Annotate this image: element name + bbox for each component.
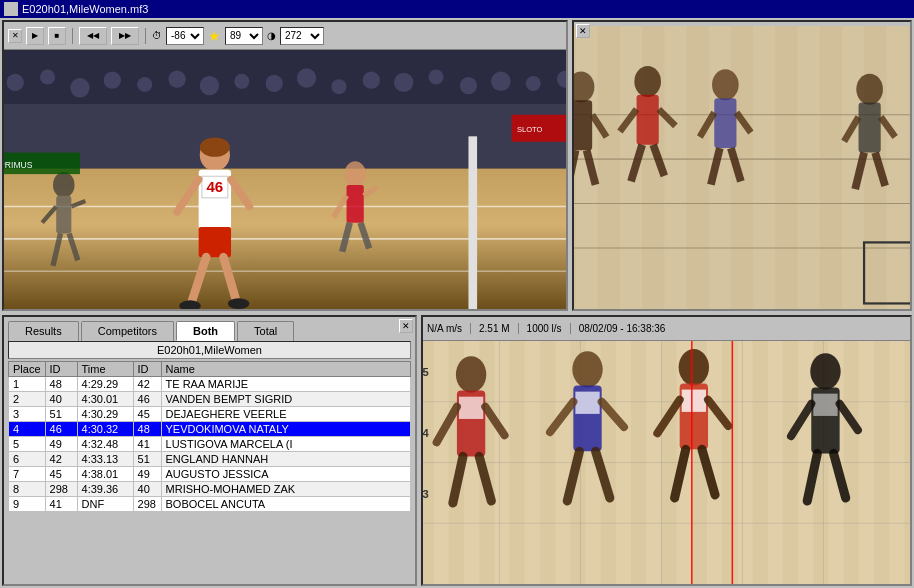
svg-point-44	[344, 161, 366, 187]
tab-competitors[interactable]: Competitors	[81, 321, 174, 341]
toolbar-separator	[72, 28, 73, 44]
svg-point-13	[363, 72, 380, 89]
table-row[interactable]: 3514:30.2945DEJAEGHERE VEERLE	[9, 407, 411, 422]
rewind-button[interactable]: ◀◀	[79, 27, 107, 45]
data-panel-close-button[interactable]: ✕	[399, 319, 413, 333]
app-icon	[4, 2, 18, 16]
cell-2: 4:30.32	[77, 422, 133, 437]
bottom-section: ✕ Results Competitors Both Total E020h01…	[0, 313, 914, 588]
table-row[interactable]: 82984:39.3640MRISHO-MOHAMED ZAK	[9, 482, 411, 497]
star-select[interactable]: 89	[225, 27, 263, 45]
video-svg: 46	[4, 50, 566, 309]
svg-rect-60	[775, 26, 797, 309]
svg-text:46: 46	[206, 178, 223, 195]
left-video-panel: ✕ ▶ ■ ◀◀ ▶▶ ⏱ -86 ★	[2, 20, 568, 311]
right-video-svg	[574, 26, 910, 309]
svg-rect-87	[859, 103, 881, 153]
results-data-table: Place ID Time ID Name 1484:29.2942TE RAA…	[8, 361, 411, 512]
cell-3: 40	[133, 482, 161, 497]
cell-3: 42	[133, 377, 161, 392]
timer-select[interactable]: -86	[166, 27, 204, 45]
tab-bar: Results Competitors Both Total	[4, 317, 415, 341]
cell-0: 4	[9, 422, 46, 437]
play-button[interactable]: ▶	[26, 27, 44, 45]
event-header: E020h01,MileWomen	[8, 341, 411, 359]
svg-point-11	[297, 68, 316, 87]
table-row[interactable]: 7454:38.0149AUGUSTO JESSICA	[9, 467, 411, 482]
cell-3: 46	[133, 392, 161, 407]
svg-point-2	[7, 74, 24, 91]
cell-1: 46	[45, 422, 77, 437]
contrast-select[interactable]: 272	[280, 27, 324, 45]
col-id2: ID	[133, 362, 161, 377]
cell-3: 45	[133, 407, 161, 422]
cell-0: 8	[9, 482, 46, 497]
window-title: E020h01,MileWomen.mf3	[22, 3, 148, 15]
table-row[interactable]: 1484:29.2942TE RAA MARIJE	[9, 377, 411, 392]
table-row[interactable]: 941DNF298BOBOCEL ANCUTA	[9, 497, 411, 512]
svg-text:PRIMUS: PRIMUS	[4, 160, 33, 170]
cell-0: 5	[9, 437, 46, 452]
cell-2: 4:38.01	[77, 467, 133, 482]
cell-4: VANDEN BEMPT SIGRID	[161, 392, 410, 407]
tab-both[interactable]: Both	[176, 321, 235, 341]
cell-1: 41	[45, 497, 77, 512]
svg-point-16	[460, 77, 477, 94]
results-tbody: 1484:29.2942TE RAA MARIJE2404:30.0146VAN…	[9, 377, 411, 512]
cell-1: 45	[45, 467, 77, 482]
svg-point-129	[572, 351, 602, 387]
cell-2: DNF	[77, 497, 133, 512]
table-row[interactable]: 6424:33.1351ENGLAND HANNAH	[9, 452, 411, 467]
analysis-toolbar: N/A m/s 2.51 M 1000 l/s 08/02/09 - 16:38…	[423, 317, 910, 341]
svg-rect-81	[714, 98, 736, 148]
table-row[interactable]: 5494:32.4841LUSTIGOVA MARCELA (I	[9, 437, 411, 452]
svg-point-26	[53, 172, 75, 198]
cell-4: LUSTIGOVA MARCELA (I	[161, 437, 410, 452]
svg-point-3	[40, 69, 55, 84]
svg-point-43	[228, 298, 250, 309]
results-table: Place ID Time ID Name 1484:29.2942TE RAA…	[8, 361, 411, 582]
svg-point-6	[137, 77, 152, 92]
cell-4: MRISHO-MOHAMED ZAK	[161, 482, 410, 497]
cell-2: 4:29.29	[77, 377, 133, 392]
cell-0: 9	[9, 497, 46, 512]
cell-2: 4:32.48	[77, 437, 133, 452]
svg-point-14	[394, 73, 413, 92]
cell-1: 298	[45, 482, 77, 497]
tab-total[interactable]: Total	[237, 321, 294, 341]
svg-point-122	[456, 356, 486, 392]
speed-display: N/A m/s	[427, 323, 471, 334]
right-video-frame	[574, 26, 910, 309]
svg-point-8	[200, 76, 219, 95]
col-id1: ID	[45, 362, 77, 377]
svg-rect-61	[820, 26, 842, 309]
right-panel-close-button[interactable]: ✕	[576, 24, 590, 38]
svg-point-9	[234, 74, 249, 89]
cell-1: 48	[45, 377, 77, 392]
cell-0: 3	[9, 407, 46, 422]
forward-button[interactable]: ▶▶	[111, 27, 139, 45]
cell-2: 4:39.36	[77, 482, 133, 497]
cell-1: 42	[45, 452, 77, 467]
svg-point-17	[491, 72, 510, 91]
svg-point-80	[712, 69, 739, 100]
svg-rect-63	[908, 26, 910, 309]
svg-rect-1	[4, 104, 566, 180]
cell-4: TE RAA MARIJE	[161, 377, 410, 392]
title-bar: E020h01,MileWomen.mf3	[0, 0, 914, 18]
table-row[interactable]: 4464:30.3248YEVDOKIMOVA NATALY	[9, 422, 411, 437]
analysis-panel: N/A m/s 2.51 M 1000 l/s 08/02/09 - 16:38…	[421, 315, 912, 586]
col-name: Name	[161, 362, 410, 377]
svg-rect-75	[637, 95, 659, 145]
table-row[interactable]: 2404:30.0146VANDEN BEMPT SIGRID	[9, 392, 411, 407]
panel-close-button[interactable]: ✕	[8, 29, 22, 43]
tab-results[interactable]: Results	[8, 321, 79, 341]
svg-rect-138	[682, 390, 706, 412]
svg-point-143	[810, 353, 840, 389]
star-icon: ★	[208, 28, 221, 44]
top-section: ✕ ▶ ■ ◀◀ ▶▶ ⏱ -86 ★	[0, 18, 914, 313]
cell-0: 2	[9, 392, 46, 407]
finish-camera-large: 5 4 3	[423, 341, 910, 584]
cell-4: YEVDOKIMOVA NATALY	[161, 422, 410, 437]
stop-button[interactable]: ■	[48, 27, 66, 45]
